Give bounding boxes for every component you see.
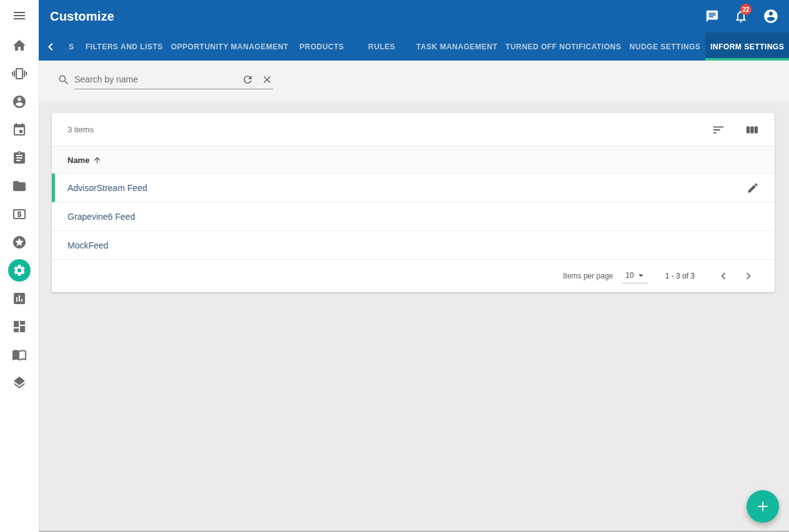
sidebar-item-library[interactable] bbox=[0, 340, 39, 368]
notifications-button[interactable]: 22 bbox=[733, 9, 748, 24]
tab-rules[interactable]: RULES bbox=[352, 32, 412, 61]
settings-icon bbox=[8, 259, 31, 282]
home-icon bbox=[12, 38, 27, 53]
stars-icon bbox=[12, 235, 27, 250]
refresh-icon[interactable] bbox=[242, 74, 254, 86]
add-icon bbox=[755, 498, 771, 515]
account-button[interactable] bbox=[763, 8, 779, 24]
sidebar bbox=[0, 0, 39, 532]
menu-icon bbox=[12, 8, 27, 23]
add-feed-fab[interactable] bbox=[747, 490, 779, 523]
row-name[interactable]: Grapevine6 Feed bbox=[67, 212, 135, 222]
menu-button[interactable] bbox=[0, 0, 39, 31]
page-title: Customize bbox=[50, 9, 114, 24]
sidebar-item-billing[interactable] bbox=[0, 200, 39, 228]
page-size-select[interactable]: 10 bbox=[622, 268, 647, 283]
sidebar-item-files[interactable] bbox=[0, 172, 39, 200]
chevron-left-icon bbox=[43, 39, 58, 54]
search-input[interactable] bbox=[74, 74, 234, 84]
chevron-down-icon bbox=[635, 270, 647, 281]
calendar-icon bbox=[12, 122, 27, 137]
sidebar-item-contacts[interactable] bbox=[0, 87, 39, 116]
app-bar: Customize 22 S FILTERS AND LISTS OPPOR bbox=[39, 0, 789, 61]
items-count: 3 items bbox=[67, 125, 94, 134]
book-icon bbox=[12, 347, 27, 362]
table-row[interactable]: Grapevine6 Feed bbox=[52, 202, 775, 231]
account-icon bbox=[763, 8, 779, 24]
sidebar-item-favorites[interactable] bbox=[0, 228, 39, 256]
tab-task-management[interactable]: TASK MANAGEMENT bbox=[412, 32, 502, 61]
layers-icon bbox=[12, 375, 27, 390]
next-page-button[interactable] bbox=[736, 269, 761, 283]
columns-icon[interactable] bbox=[745, 123, 759, 137]
chat-icon bbox=[705, 9, 719, 23]
notification-badge: 22 bbox=[740, 4, 752, 15]
feeds-card: 3 items Name AdvisorStream Feed Grapevin… bbox=[52, 113, 775, 292]
column-header-name[interactable]: Name bbox=[67, 155, 89, 165]
vibration-icon bbox=[12, 66, 27, 81]
sidebar-item-dashboard[interactable] bbox=[0, 312, 39, 340]
tab-filters-and-lists[interactable]: FILTERS AND LISTS bbox=[81, 32, 167, 61]
previous-page-button[interactable] bbox=[711, 269, 736, 283]
clipboard-icon bbox=[12, 150, 27, 165]
sidebar-item-analytics[interactable] bbox=[0, 284, 39, 312]
main-area: Customize 22 S FILTERS AND LISTS OPPOR bbox=[39, 0, 789, 532]
tab-products[interactable]: PRODUCTS bbox=[292, 32, 352, 61]
sidebar-item-settings[interactable] bbox=[0, 256, 39, 284]
money-icon bbox=[12, 207, 27, 222]
card-toolbar: 3 items bbox=[52, 113, 775, 146]
table-header-row: Name bbox=[52, 146, 775, 174]
table-row[interactable]: AdvisorStream Feed bbox=[52, 174, 775, 202]
tab-nudge-settings[interactable]: NUDGE SETTINGS bbox=[625, 32, 706, 61]
items-per-page-label: Items per page bbox=[563, 272, 613, 280]
sort-ascending-icon[interactable] bbox=[92, 155, 102, 165]
dashboard-icon bbox=[12, 319, 27, 334]
sort-icon[interactable] bbox=[712, 123, 725, 137]
search-icon bbox=[57, 74, 70, 86]
page-size-value: 10 bbox=[625, 271, 633, 280]
sidebar-item-engagement[interactable] bbox=[0, 59, 39, 87]
edit-icon[interactable] bbox=[747, 182, 759, 194]
tabs-scroll-back-button[interactable] bbox=[39, 32, 62, 61]
sidebar-item-layers[interactable] bbox=[0, 368, 39, 397]
tab-opportunity-management[interactable]: OPPORTUNITY MANAGEMENT bbox=[167, 32, 292, 61]
sidebar-item-tasks[interactable] bbox=[0, 144, 39, 172]
search-panel bbox=[39, 61, 789, 102]
row-name[interactable]: AdvisorStream Feed bbox=[67, 183, 147, 193]
paginator: Items per page 10 1 - 3 of 3 bbox=[52, 260, 775, 292]
tab-inform-settings[interactable]: INFORM SETTINGS bbox=[705, 32, 789, 61]
clear-icon[interactable] bbox=[261, 74, 273, 86]
tab-s[interactable]: S bbox=[62, 32, 81, 61]
person-icon bbox=[12, 94, 27, 109]
row-name[interactable]: MockFeed bbox=[67, 240, 108, 250]
tab-bar: S FILTERS AND LISTS OPPORTUNITY MANAGEME… bbox=[39, 32, 789, 61]
sidebar-item-home[interactable] bbox=[0, 31, 39, 59]
chat-button[interactable] bbox=[705, 9, 719, 23]
tab-turned-off-notifications[interactable]: TURNED OFF NOTIFICATIONS bbox=[502, 32, 625, 61]
content-area: 3 items Name AdvisorStream Feed Grapevin… bbox=[39, 61, 789, 532]
range-label: 1 - 3 of 3 bbox=[665, 272, 695, 280]
table-row[interactable]: MockFeed bbox=[52, 231, 775, 260]
sidebar-item-calendar[interactable] bbox=[0, 116, 39, 144]
folder-icon bbox=[12, 179, 27, 194]
bar-chart-icon bbox=[12, 291, 27, 306]
